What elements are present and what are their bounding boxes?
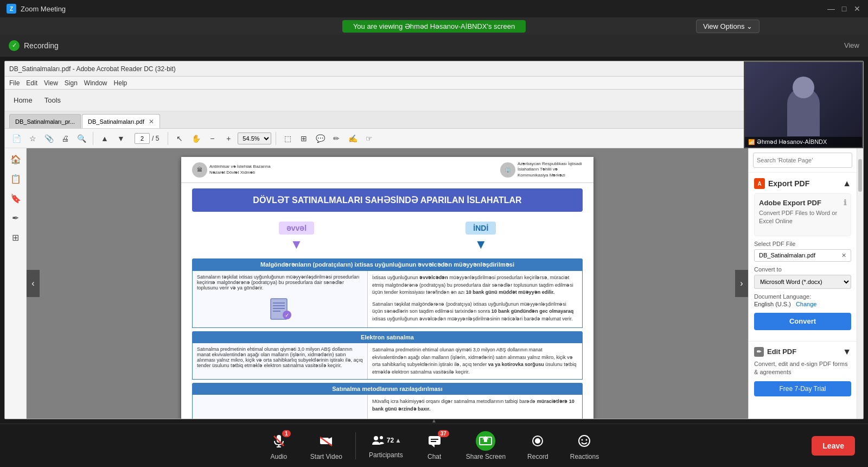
pdf-right-search <box>749 148 857 173</box>
toolbar-share-screen[interactable]: Share Screen <box>455 427 516 465</box>
menu-help[interactable]: Help <box>114 79 127 87</box>
close-btn[interactable]: ✕ <box>853 4 861 13</box>
toolbar-participants[interactable]: 72 ▲ Participants <box>358 428 414 463</box>
page-input[interactable] <box>135 133 150 144</box>
tab-db-satinalmalari[interactable]: DB_Satinalmaları.pdf ✕ <box>82 114 160 128</box>
redact-btn[interactable]: ✍ <box>346 131 360 146</box>
page-navigation: / 5 <box>135 133 159 144</box>
bookmark-btn[interactable]: ☆ <box>25 131 40 146</box>
section-1-icon: ✓ <box>197 296 363 324</box>
pdf-file-remove-btn[interactable]: ✕ <box>841 252 846 259</box>
rotate-search-input[interactable] <box>753 153 852 168</box>
view-button[interactable]: View <box>844 41 859 49</box>
section-2-body: Satınalma predmetinin ehtimal olunan qiy… <box>192 343 583 380</box>
toolbar-divider-3 <box>276 132 276 145</box>
maximize-btn[interactable]: □ <box>840 4 848 13</box>
adobe-export-info-icon[interactable]: ℹ <box>844 198 846 207</box>
page-separator: / 5 <box>152 135 159 142</box>
minimize-btn[interactable]: — <box>827 4 835 13</box>
sidebar-bookmark-btn[interactable]: 🔖 <box>8 191 23 206</box>
menu-file[interactable]: File <box>9 79 20 87</box>
select-tool-btn[interactable]: ↖ <box>173 131 187 146</box>
menu-sign[interactable]: Sign <box>65 79 78 87</box>
export-pdf-icon: A <box>754 178 765 189</box>
tab-db-satinalmalari-pr[interactable]: DB_Satinalmaları_pr... <box>9 114 81 128</box>
svg-point-23 <box>380 436 383 439</box>
touchup-btn[interactable]: ☞ <box>362 131 376 146</box>
bottom-toolbar: ▲ 1 Audio Start Video <box>0 424 868 467</box>
section-2-left-text: Satınalma predmetinin ehtimal olunan qiy… <box>193 343 368 379</box>
adobe-export-subtitle: Adobe Export PDF ℹ <box>759 198 846 207</box>
top-banner: You are viewing Əhməd Həsanov-AİBNDX's s… <box>0 17 868 35</box>
recording-text: Recording <box>24 41 59 50</box>
pdf-canvas-area[interactable]: ‹ 🏛 Antiinhisar və İstehlak Bazarına Nəz… <box>27 148 748 419</box>
sidebar-layers2-btn[interactable]: ⊞ <box>8 230 23 245</box>
select-file-label: Select PDF File <box>754 241 851 247</box>
participants-expand-icon[interactable]: ▲ <box>395 437 401 444</box>
next-page-arrow[interactable]: › <box>735 270 748 297</box>
avvel-label: əvvəl ▼ <box>279 222 314 252</box>
sidebar-sign-btn[interactable]: ✒ <box>8 210 23 225</box>
zoom-in-btn[interactable]: + <box>221 131 235 146</box>
recording-bar: ✓ Recording View <box>0 35 868 56</box>
toolbar-audio[interactable]: 1 Audio <box>258 427 299 465</box>
pdf-page: 🏛 Antiinhisar və İstehlak Bazarına Nəzar… <box>181 157 593 419</box>
convert-button[interactable]: Convert <box>754 313 851 330</box>
free-trial-button[interactable]: Free 7-Day Trial <box>754 381 851 396</box>
edit-pdf-section: ✏ Edit PDF ▼ Convert, edit and e-sign PD… <box>749 342 857 402</box>
tools-tab[interactable]: Tools <box>40 94 65 106</box>
measure-btn[interactable]: ⊞ <box>297 131 311 146</box>
view-options-button[interactable]: View Options ⌄ <box>696 20 760 33</box>
toolbar-chat[interactable]: 37 Chat <box>414 427 455 465</box>
zoom-out-tool-btn[interactable]: 🔍 <box>74 131 88 146</box>
export-collapse-icon[interactable]: ▲ <box>843 179 851 188</box>
tab-close-icon[interactable]: ✕ <box>149 118 154 125</box>
sidebar-layers-btn[interactable]: 📋 <box>8 171 23 186</box>
toolbar-record[interactable]: Record <box>516 427 559 465</box>
zoom-select[interactable]: 54.5% 75% 100% <box>238 132 271 144</box>
home-tab[interactable]: Home <box>9 94 37 106</box>
viewing-banner: You are viewing Əhməd Həsanov-AİBNDX's s… <box>342 20 526 33</box>
svg-rect-4 <box>273 311 280 312</box>
zoom-out-btn[interactable]: − <box>205 131 219 146</box>
adobe-export-box: Adobe Export PDF ℹ Convert PDF Files to … <box>754 193 851 236</box>
pdf-arrows-row: əvvəl ▼ İNDİ ▼ <box>181 217 593 256</box>
reactions-icon <box>575 431 594 451</box>
hand-tool-btn[interactable]: ✋ <box>189 131 203 146</box>
chat-badge: 37 <box>438 430 449 437</box>
attach-btn[interactable]: 📎 <box>42 131 56 146</box>
app-title: Zoom Meeting <box>21 5 66 13</box>
pdf-scrollbar[interactable] <box>857 148 863 419</box>
svg-point-22 <box>374 436 378 440</box>
print-btn[interactable]: 🖨 <box>58 131 72 146</box>
leave-button[interactable]: Leave <box>812 436 855 456</box>
change-lang-link[interactable]: Change <box>796 301 817 307</box>
convert-to-select[interactable]: Microsoft Word (*.docx) Microsoft Excel … <box>754 275 851 289</box>
comment-btn[interactable]: 💬 <box>313 131 327 146</box>
menu-window[interactable]: Window <box>84 79 107 87</box>
logo-left: 🏛 Antiinhisar və İstehlak Bazarına Nəzar… <box>192 161 275 178</box>
menu-edit[interactable]: Edit <box>26 79 37 87</box>
marquee-btn[interactable]: ⬚ <box>280 131 295 146</box>
pdf-window: DB_Satinalmaları.pdf - Adobe Acrobat Rea… <box>4 61 864 419</box>
pdf-scroll-thumb[interactable] <box>858 159 862 192</box>
menu-view[interactable]: View <box>44 79 58 87</box>
edit-pdf-desc: Convert, edit and e-sign PDF forms & agr… <box>754 360 851 377</box>
svg-point-32 <box>579 436 590 446</box>
participants-label: Participants <box>369 451 403 459</box>
edit-collapse-icon[interactable]: ▼ <box>843 347 851 357</box>
prev-page-arrow[interactable]: ‹ <box>27 270 40 297</box>
highlight-btn[interactable]: ✏ <box>329 131 343 146</box>
recording-dot: ✓ <box>9 40 20 51</box>
next-page-btn[interactable]: ▼ <box>114 131 128 146</box>
section-3: Satınalma metodlarının razılaşdırılması … <box>192 383 583 419</box>
section-1-right-text-1: İxtisas uyğunluğunun əvvəlcədən müəyyənl… <box>372 274 578 296</box>
sidebar-home-btn[interactable]: 🏠 <box>8 152 23 167</box>
toolbar-video[interactable]: Start Video <box>299 427 353 465</box>
toolbar-reactions[interactable]: Reactions <box>559 427 610 465</box>
prev-page-btn[interactable]: ▲ <box>98 131 112 146</box>
logo-left-text: Antiinhisar və İstehlak Bazarına Nəzarət… <box>209 164 275 175</box>
pdf-file-select: DB_Satinalmaları.pdf ✕ <box>754 249 851 262</box>
pdf-toolbar: 📄 ☆ 📎 🖨 🔍 ▲ ▼ / 5 ↖ ✋ − + 54.5% 75% 100% <box>5 129 863 148</box>
new-doc-btn[interactable]: 📄 <box>9 131 23 146</box>
